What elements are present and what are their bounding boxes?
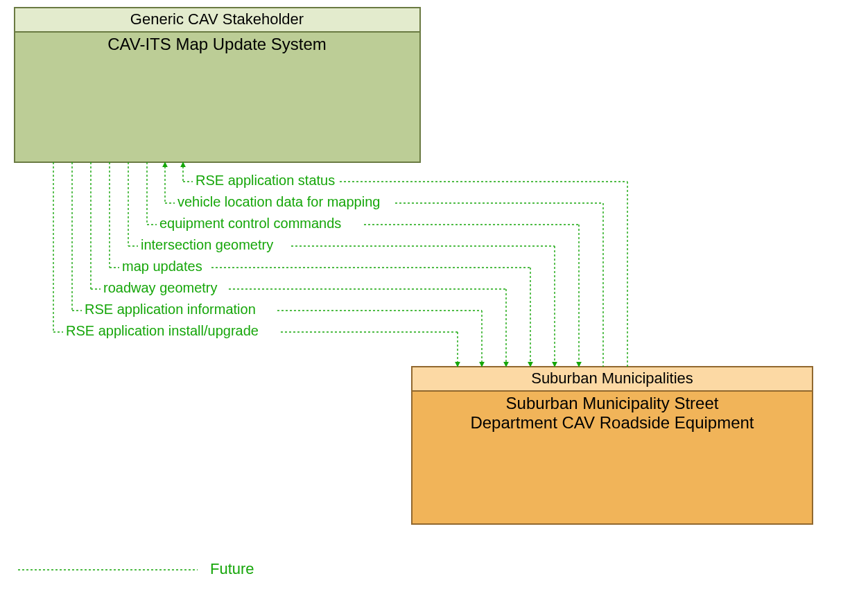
flow6-label: roadway geometry [103,280,218,295]
flow4-label: intersection geometry [141,237,273,252]
flow1-label: RSE application status [196,173,335,188]
bottom-box-body-text1: Suburban Municipality Street [506,394,719,412]
legend-label: Future [210,560,254,577]
top-box-body-text: CAV-ITS Map Update System [107,35,327,53]
bottom-box-body-text2: Department CAV Roadside Equipment [470,413,754,432]
flow2-label: vehicle location data for mapping [177,194,380,209]
legend: Future [18,560,254,577]
architecture-diagram: Generic CAV Stakeholder CAV-ITS Map Upda… [0,0,868,601]
top-box-header-text: Generic CAV Stakeholder [130,10,304,28]
bottom-entity-box: Suburban Municipalities Suburban Municip… [412,367,813,524]
flow-rse-application-install-upgrade: RSE application install/upgrade [53,162,458,367]
top-entity-box: Generic CAV Stakeholder CAV-ITS Map Upda… [15,8,420,162]
flow5-label: map updates [122,259,202,274]
bottom-box-header-text: Suburban Municipalities [531,369,693,387]
flow8-label: RSE application install/upgrade [66,323,259,338]
flow3-label: equipment control commands [159,216,341,231]
flow7-label: RSE application information [85,302,256,317]
